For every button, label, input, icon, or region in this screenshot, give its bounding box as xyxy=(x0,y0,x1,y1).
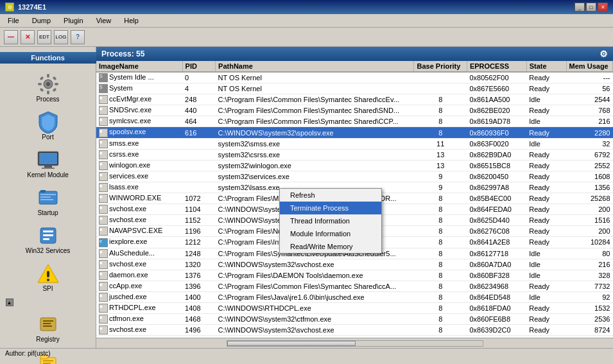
sidebar-item-kernel-module[interactable]: Kernel Module xyxy=(3,146,93,181)
cell-pid xyxy=(182,138,216,149)
table-row[interactable]: ■symlcsvc.exe 464 C:\Program Files\Commo… xyxy=(96,116,613,127)
h-scroll-thumb[interactable] xyxy=(227,341,356,346)
cell-priority: 8 xyxy=(414,127,467,138)
table-row[interactable]: ■ctfmon.exe 1468 C:\WINDOWS\system32\ctf… xyxy=(96,314,613,325)
table-row[interactable]: ■jusched.exe 1400 C:\Program Files\Java\… xyxy=(96,291,613,302)
sidebar-item-registry[interactable]: Registry xyxy=(3,310,93,345)
cell-name: ■daemon.exe xyxy=(96,270,182,281)
context-menu-thread[interactable]: Thread Information xyxy=(280,214,381,227)
main-layout: Functions Process xyxy=(0,47,613,348)
svg-point-25 xyxy=(47,279,49,281)
svg-rect-18 xyxy=(40,199,53,200)
svg-rect-2 xyxy=(47,74,49,78)
sidebar-scroll-up[interactable]: ▲ xyxy=(6,299,13,306)
cell-pid: 1396 xyxy=(182,281,216,291)
cell-state: Idle xyxy=(526,291,566,302)
context-menu-readwrite[interactable]: Read/Write Memory xyxy=(280,240,381,253)
menu-dump[interactable]: Dump xyxy=(27,15,56,26)
maximize-button[interactable]: □ xyxy=(586,3,596,12)
sidebar-item-spi[interactable]: SPI xyxy=(3,259,93,295)
col-imagename[interactable]: ImageName xyxy=(96,61,182,72)
table-row[interactable]: ■csrss.exe system32\csrss.exe 13 0x862B9… xyxy=(96,149,613,160)
toolbar-help-button[interactable]: ? xyxy=(71,30,85,44)
cell-pid xyxy=(182,149,216,160)
cell-mem: --- xyxy=(566,72,612,83)
cell-pid xyxy=(182,160,216,171)
toolbar-close-button[interactable]: — xyxy=(4,30,18,44)
table-header-row: ImageName PID PathName Base Priority EPR… xyxy=(96,61,613,72)
menu-view[interactable]: View xyxy=(91,15,117,26)
cell-eprocess: 0x860FE6B8 xyxy=(467,314,526,325)
h-scroll-track[interactable] xyxy=(227,340,483,347)
cell-name: ■svchost.exe xyxy=(96,259,182,270)
cell-priority: 13 xyxy=(414,160,467,171)
window-controls[interactable]: _ □ ✕ xyxy=(574,3,608,12)
cell-eprocess: 0x86276C08 xyxy=(467,226,526,237)
table-row[interactable]: ■SNDSrvc.exe 440 C:\Program Files\Common… xyxy=(96,105,613,116)
table-row[interactable]: ■smss.exe system32\smss.exe 11 0x863F002… xyxy=(96,138,613,149)
cell-state: Ready xyxy=(526,160,566,171)
cell-priority: 8 xyxy=(414,281,467,291)
table-row[interactable]: ■svchost.exe 1496 C:\WINDOWS\system32\sv… xyxy=(96,325,613,336)
sidebar-item-port[interactable]: Port xyxy=(3,108,93,143)
cell-name: ■jusched.exe xyxy=(96,291,182,302)
svg-rect-32 xyxy=(43,360,53,361)
col-pathname[interactable]: PathName xyxy=(216,61,414,72)
col-pid[interactable]: PID xyxy=(182,61,216,72)
table-row[interactable]: ■RTHDCPL.exe 1408 C:\WINDOWS\RTHDCPL.exe… xyxy=(96,302,613,313)
cell-mem: 768 xyxy=(566,105,612,116)
table-row[interactable]: ■spoolsv.exe 616 C:\WINDOWS\system32\spo… xyxy=(96,127,613,138)
cell-priority: 8 xyxy=(414,259,467,270)
cell-pid xyxy=(182,171,216,182)
sidebar-item-process[interactable]: Process xyxy=(3,70,93,105)
table-row[interactable]: ■services.exe system32\services.exe 9 0x… xyxy=(96,171,613,182)
col-memusage[interactable]: Mem Usage xyxy=(566,61,612,72)
table-row[interactable]: ■ccEvtMgr.exe 248 C:\Program Files\Commo… xyxy=(96,94,613,105)
minimize-button[interactable]: _ xyxy=(574,3,585,12)
svg-rect-29 xyxy=(43,325,52,327)
cell-name: ■SNDSrvc.exe xyxy=(96,105,182,116)
cell-priority: 13 xyxy=(414,149,467,160)
context-menu-refresh[interactable]: Refresh xyxy=(280,189,381,202)
close-button[interactable]: ✕ xyxy=(598,3,608,12)
table-row[interactable]: SSystem 4 NT OS Kernel 0x867E5660 Ready … xyxy=(96,83,613,94)
col-eprocess[interactable]: EPROCESS xyxy=(467,61,526,72)
cell-mem: 200 xyxy=(566,226,612,237)
table-row[interactable]: SSystem Idle ... 0 NT OS Kernel 0x80562F… xyxy=(96,72,613,83)
toolbar-edit-button[interactable]: EDT xyxy=(37,30,51,44)
context-menu-module[interactable]: Module Information xyxy=(280,227,381,240)
process-table-container[interactable]: ImageName PID PathName Base Priority EPR… xyxy=(96,61,613,338)
cell-priority: 9 xyxy=(414,182,467,193)
menu-help[interactable]: Help xyxy=(119,15,144,26)
table-row[interactable]: ■winlogon.exe system32\winlogon.exe 13 0… xyxy=(96,160,613,171)
menu-file[interactable]: File xyxy=(3,15,24,26)
table-row[interactable]: ■svchost.exe 1320 C:\WINDOWS\system32\sv… xyxy=(96,259,613,270)
col-state[interactable]: State xyxy=(526,61,566,72)
cell-eprocess: 0x862997A8 xyxy=(467,182,526,193)
sidebar-item-startup[interactable]: Startup xyxy=(3,184,93,219)
cell-priority: 8 xyxy=(414,204,467,215)
col-priority[interactable]: Base Priority xyxy=(414,61,467,72)
cell-path: system32\winlogon.exe xyxy=(216,160,414,171)
table-row[interactable]: ■daemon.exe 1376 C:\Program Files\DAEMON… xyxy=(96,270,613,281)
sidebar-kernel-label: Kernel Module xyxy=(27,171,68,178)
cell-name: ■ccEvtMgr.exe xyxy=(96,94,182,105)
cell-state: Ready xyxy=(526,215,566,226)
cell-path: C:\WINDOWS\system32\svchost.exe xyxy=(216,325,414,336)
cell-name: ■symlcsvc.exe xyxy=(96,116,182,127)
sidebar-item-win32-services[interactable]: Win32 Services xyxy=(3,221,93,257)
horizontal-scrollbar[interactable] xyxy=(96,338,613,348)
cell-pid: 1104 xyxy=(182,204,216,215)
cell-priority xyxy=(414,72,467,83)
cell-path: C:\Program Files\Common Files\Symantec S… xyxy=(216,105,414,116)
toolbar-log-button[interactable]: LOG xyxy=(54,30,68,44)
menu-plugin[interactable]: Plugin xyxy=(58,15,89,26)
context-menu-terminate[interactable]: Terminate Process xyxy=(280,202,381,214)
cell-priority: 8 xyxy=(414,215,467,226)
cell-eprocess: 0x864ED548 xyxy=(467,291,526,302)
table-row[interactable]: ■ccApp.exe 1396 C:\Program Files\Common … xyxy=(96,281,613,291)
toolbar-delete-button[interactable]: ✕ xyxy=(21,30,35,44)
sidebar-process-label: Process xyxy=(36,96,59,103)
startup-icon xyxy=(35,186,61,209)
cell-path: C:\WINDOWS\system32\svchost.exe xyxy=(216,259,414,270)
